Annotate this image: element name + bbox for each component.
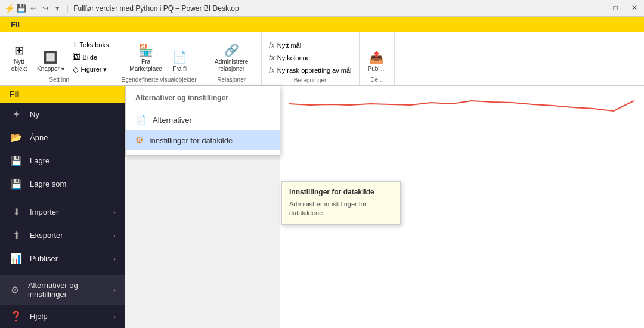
file-menu-header: Fil bbox=[0, 86, 125, 103]
nytt-objekt-button[interactable]: ⊞ Nyttobjekt bbox=[7, 41, 31, 75]
nytt-objekt-label: Nyttobjekt bbox=[11, 58, 27, 73]
main-area: Fil ✦ Ny 📂 Åpne 💾 Lagre 💾 Lagre som ⬇ Im… bbox=[0, 86, 644, 328]
ny-kolonne-button[interactable]: fx Ny kolonne bbox=[267, 52, 354, 63]
ribbon-group-sett-inn: ⊞ Nyttobjekt 🔲 Knapper ▾ T Tekstboks 🖼 B… bbox=[2, 32, 116, 85]
save-icon[interactable]: 💾 bbox=[17, 4, 26, 13]
administrere-relasjoner-button[interactable]: 🔗 Administrererelasjoner bbox=[211, 41, 252, 75]
ribbon-group-de: 📤 Publi... De... bbox=[360, 32, 395, 85]
tooltip-description: Administrer innstillinger for datakilden… bbox=[289, 200, 393, 218]
alternativer-label: Alternativer og innstillinger bbox=[28, 281, 106, 299]
title-text: Fullfør verdier med Python i PQ – Power … bbox=[73, 4, 639, 13]
ribbon-buttons-relasjoner: 🔗 Administrererelasjoner bbox=[211, 35, 252, 75]
lagre-icon: 💾 bbox=[10, 155, 23, 166]
file-tab-button[interactable]: Fil bbox=[0, 17, 30, 32]
eksporter-arrow: › bbox=[113, 232, 116, 239]
menu-item-lagre[interactable]: 💾 Lagre bbox=[0, 149, 125, 172]
ribbon: ⊞ Nyttobjekt 🔲 Knapper ▾ T Tekstboks 🖼 B… bbox=[0, 32, 644, 86]
fra-marketplace-label: FraMarketplace bbox=[129, 58, 162, 73]
ribbon-small-col-beregninger: fx Nytt mål fx Ny kolonne fx Ny rask opp… bbox=[267, 39, 354, 76]
fra-fil-label: Fra fil bbox=[172, 66, 187, 73]
quick-access-icon[interactable]: ▾ bbox=[52, 4, 62, 13]
menu-item-lagre-som[interactable]: 💾 Lagre som bbox=[0, 172, 125, 196]
trend-line bbox=[289, 92, 635, 128]
ny-rask-icon: fx bbox=[269, 66, 275, 75]
tekstboks-label: Tekstboks bbox=[80, 41, 109, 48]
submenu-alternativer-label: Alternativer bbox=[153, 116, 192, 125]
nytt-mal-label: Nytt mål bbox=[277, 42, 301, 49]
menu-item-ny[interactable]: ✦ Ny bbox=[0, 103, 125, 126]
ny-rask-label: Ny rask oppretting av mål bbox=[277, 67, 352, 74]
publiser-label: Publiser bbox=[30, 254, 58, 263]
tekstboks-button[interactable]: T Tekstboks bbox=[70, 39, 112, 50]
menu-item-apne[interactable]: 📂 Åpne bbox=[0, 126, 125, 149]
alternativer-icon: ⚙ bbox=[10, 284, 21, 296]
undo-icon[interactable]: ↩ bbox=[29, 4, 38, 13]
lagre-som-icon: 💾 bbox=[10, 178, 23, 190]
ribbon-buttons-egendefinerte: 🏪 FraMarketplace 📄 Fra fil bbox=[126, 35, 191, 75]
submenu-innstillinger-icon: ⚙ bbox=[135, 135, 143, 146]
tooltip-title: Innstillinger for datakilde bbox=[289, 188, 393, 196]
knapper-icon: 🔲 bbox=[43, 50, 58, 64]
ny-rask-button[interactable]: fx Ny rask oppretting av mål bbox=[267, 64, 354, 76]
figurer-button[interactable]: ◇ Figurer ▾ bbox=[70, 64, 112, 75]
figurer-icon: ◇ bbox=[73, 65, 79, 74]
ribbon-small-col-sett-inn: T Tekstboks 🖼 Bilde ◇ Figurer ▾ bbox=[70, 39, 112, 75]
sett-inn-label: Sett inn bbox=[49, 76, 69, 83]
fra-fil-icon: 📄 bbox=[172, 50, 187, 64]
menu-item-importer[interactable]: ⬇ Importer › bbox=[0, 200, 125, 224]
ribbon-group-beregninger: fx Nytt mål fx Ny kolonne fx Ny rask opp… bbox=[262, 32, 360, 85]
app-icon: ⚡ bbox=[5, 4, 14, 13]
beregninger-label: Beregninger bbox=[294, 77, 326, 83]
tooltip-popup: Innstillinger for datakilde Administrer … bbox=[281, 181, 401, 225]
fra-fil-button[interactable]: 📄 Fra fil bbox=[168, 48, 192, 75]
ribbon-group-relasjoner: 🔗 Administrererelasjoner Relasjoner bbox=[202, 32, 262, 85]
minimize-button[interactable]: ─ bbox=[587, 0, 606, 16]
submenu-alternativer-icon: 📄 bbox=[135, 115, 147, 125]
file-tab: Fil bbox=[0, 17, 644, 32]
redo-icon[interactable]: ↪ bbox=[41, 4, 50, 13]
hjelp-icon: ❓ bbox=[10, 311, 23, 322]
lagre-label: Lagre bbox=[30, 156, 49, 165]
menu-item-hjelp[interactable]: ❓ Hjelp › bbox=[0, 305, 125, 328]
ribbon-group-egendefinerte: 🏪 FraMarketplace 📄 Fra fil Egendefinerte… bbox=[116, 32, 202, 85]
bilde-button[interactable]: 🖼 Bilde bbox=[70, 51, 112, 63]
submenu-item-innstillinger[interactable]: ⚙ Innstillinger for datakilde bbox=[126, 130, 280, 150]
knapper-label: Knapper ▾ bbox=[37, 66, 64, 73]
maximize-button[interactable]: □ bbox=[606, 0, 625, 16]
publi-label: Publi... bbox=[368, 66, 386, 73]
ny-kolonne-icon: fx bbox=[269, 53, 275, 62]
eksporter-label: Eksporter bbox=[30, 231, 63, 240]
close-button[interactable]: ✕ bbox=[625, 0, 644, 16]
ribbon-buttons-sett-inn: ⊞ Nyttobjekt 🔲 Knapper ▾ T Tekstboks 🖼 B… bbox=[7, 35, 111, 75]
importer-arrow: › bbox=[113, 209, 116, 216]
publi-button[interactable]: 📤 Publi... bbox=[364, 48, 390, 75]
hjelp-arrow: › bbox=[113, 313, 116, 320]
menu-item-publiser[interactable]: 📊 Publiser › bbox=[0, 247, 125, 270]
publiser-icon: 📊 bbox=[10, 253, 23, 264]
menu-item-alternativer[interactable]: ⚙ Alternativer og innstillinger › bbox=[0, 275, 125, 305]
fra-marketplace-button[interactable]: 🏪 FraMarketplace bbox=[126, 41, 165, 75]
eksporter-icon: ⬆ bbox=[10, 230, 23, 241]
fra-marketplace-icon: 🏪 bbox=[138, 43, 153, 57]
publiser-arrow: › bbox=[113, 255, 116, 262]
submenu-panel: Alternativer og innstillinger 📄 Alternat… bbox=[125, 86, 280, 156]
nytt-objekt-icon: ⊞ bbox=[14, 43, 24, 57]
administrere-icon: 🔗 bbox=[224, 43, 239, 57]
ribbon-buttons-de: 📤 Publi... bbox=[364, 35, 390, 75]
apne-label: Åpne bbox=[30, 133, 48, 142]
tekstboks-icon: T bbox=[73, 40, 78, 49]
submenu-innstillinger-label: Innstillinger for datakilde bbox=[149, 136, 233, 145]
menu-item-eksporter[interactable]: ⬆ Eksporter › bbox=[0, 224, 125, 247]
file-menu: Fil ✦ Ny 📂 Åpne 💾 Lagre 💾 Lagre som ⬇ Im… bbox=[0, 86, 125, 328]
lagre-som-label: Lagre som bbox=[30, 180, 66, 188]
title-bar-icons: ⚡ 💾 ↩ ↪ ▾ | bbox=[5, 4, 69, 13]
ny-icon: ✦ bbox=[10, 109, 23, 120]
knapper-button[interactable]: 🔲 Knapper ▾ bbox=[33, 48, 68, 75]
submenu-item-alternativer[interactable]: 📄 Alternativer bbox=[126, 110, 280, 130]
nytt-mal-button[interactable]: fx Nytt mål bbox=[267, 39, 354, 51]
title-bar: ⚡ 💾 ↩ ↪ ▾ | Fullfør verdier med Python i… bbox=[0, 0, 644, 17]
window-controls: ─ □ ✕ bbox=[587, 0, 644, 16]
alternativer-arrow: › bbox=[113, 286, 116, 293]
administrere-label: Administrererelasjoner bbox=[215, 58, 248, 73]
relasjoner-label: Relasjoner bbox=[217, 76, 246, 83]
